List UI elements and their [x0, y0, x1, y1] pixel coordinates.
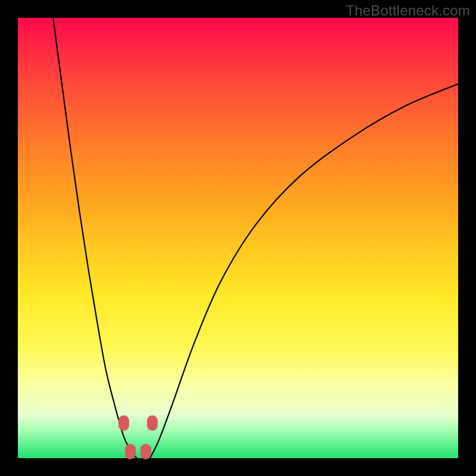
- curve-left: [53, 18, 137, 458]
- watermark-text: TheBottleneck.com: [346, 2, 470, 19]
- curve-layer: [18, 18, 458, 458]
- curve-right: [150, 84, 458, 458]
- plot-area: [18, 18, 458, 458]
